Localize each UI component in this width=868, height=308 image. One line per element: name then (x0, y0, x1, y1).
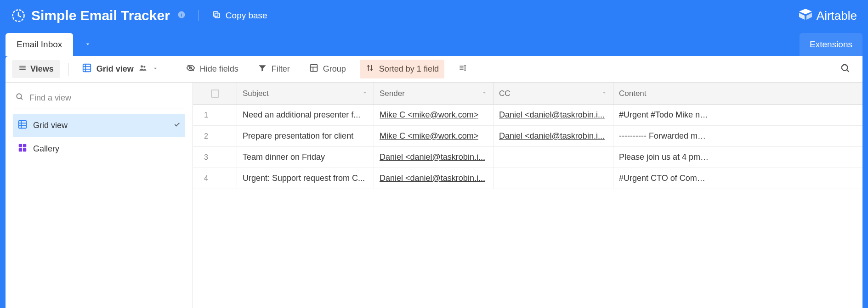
cell-sender[interactable]: Daniel <daniel@taskrobin.i... (374, 147, 494, 168)
group-button[interactable]: Group (304, 60, 352, 78)
title-group: Simple Email Tracker i (11, 8, 186, 23)
grid-view-label: Grid view (96, 64, 134, 74)
row-height-button[interactable] (453, 60, 473, 78)
cell-content[interactable]: #Urgent #Todo Mike need (613, 105, 715, 125)
svg-point-16 (842, 64, 848, 70)
view-label: Gallery (33, 144, 59, 154)
cell-sender[interactable]: Daniel <daniel@taskrobin.i... (374, 168, 494, 189)
hide-fields-button[interactable]: Hide fields (181, 60, 244, 78)
svg-rect-24 (19, 144, 22, 147)
hide-fields-label: Hide fields (200, 64, 238, 74)
cell-content[interactable]: #Urgent CTO of Company (613, 168, 715, 189)
svg-rect-3 (215, 13, 220, 17)
eye-off-icon (186, 63, 195, 75)
th-subject[interactable]: Subject (237, 83, 374, 104)
header-divider (199, 10, 199, 21)
copy-base-label: Copy base (226, 11, 267, 21)
th-cc-label: CC (499, 89, 511, 98)
info-icon[interactable]: i (177, 11, 186, 21)
copy-base-button[interactable]: Copy base (212, 10, 267, 22)
cell-sender[interactable]: Mike C <mike@work.com> (374, 126, 494, 146)
chevron-down-icon[interactable] (481, 89, 488, 98)
toolbar: Views Grid view Hide fields Filt (6, 56, 862, 83)
svg-rect-25 (23, 144, 26, 147)
hamburger-icon (18, 64, 27, 74)
tab-bar: Email Inbox Extensions (0, 31, 868, 56)
cell-content[interactable]: ---------- Forwarded mess (613, 126, 715, 146)
filter-icon (258, 63, 267, 75)
svg-point-18 (17, 94, 22, 99)
extensions-button[interactable]: Extensions (800, 33, 862, 56)
gallery-icon (17, 143, 28, 155)
cell-content[interactable]: Please join us at 4 pm for (613, 147, 715, 168)
chevron-down-icon[interactable] (601, 89, 607, 98)
table-row[interactable]: 2Prepare presentation for clientMike C <… (193, 126, 862, 147)
cell-cc[interactable] (494, 147, 613, 168)
table-row[interactable]: 1Need an additional presenter f...Mike C… (193, 105, 862, 126)
sort-label: Sorted by 1 field (379, 64, 439, 74)
row-height-icon (458, 63, 467, 75)
cell-cc[interactable]: Daniel <daniel@taskrobin.i... (494, 105, 613, 125)
app-header: Simple Email Tracker i Copy base Airtabl… (0, 0, 868, 31)
svg-rect-20 (19, 121, 27, 129)
cell-cc[interactable] (494, 168, 613, 189)
grid-icon (17, 119, 28, 132)
data-table: Subject Sender CC Content 1Need an addit… (193, 83, 862, 308)
svg-rect-13 (310, 65, 317, 72)
tab-dropdown[interactable] (76, 34, 100, 56)
view-label: Grid view (33, 121, 68, 130)
chevron-down-icon[interactable] (362, 89, 368, 98)
row-number: 2 (193, 126, 237, 146)
svg-rect-27 (23, 148, 26, 151)
brand-label: Airtable (817, 9, 857, 23)
chevron-down-icon (152, 64, 159, 74)
copy-icon (212, 10, 221, 22)
sort-icon (365, 63, 374, 75)
svg-text:i: i (181, 12, 182, 17)
find-view-input[interactable]: Find a view (13, 88, 185, 108)
row-number: 3 (193, 147, 237, 168)
th-cc[interactable]: CC (494, 83, 613, 104)
app-title: Simple Email Tracker (31, 8, 170, 23)
view-item-grid[interactable]: Grid view (13, 114, 185, 137)
toolbar-divider (68, 63, 69, 76)
th-checkbox[interactable] (193, 83, 237, 104)
check-icon (173, 121, 181, 130)
svg-point-10 (143, 66, 145, 67)
table-row[interactable]: 3Team dinner on FridayDaniel <daniel@tas… (193, 147, 862, 168)
th-content-label: Content (619, 89, 647, 98)
filter-button[interactable]: Filter (252, 60, 295, 78)
cell-subject[interactable]: Need an additional presenter f... (237, 105, 374, 125)
svg-rect-26 (19, 148, 22, 151)
search-button[interactable] (835, 60, 856, 79)
app-icon (11, 8, 26, 23)
table-header: Subject Sender CC Content (193, 83, 862, 105)
select-all-checkbox[interactable] (211, 90, 219, 98)
table-row[interactable]: 4Urgent: Support request from C...Daniel… (193, 168, 862, 189)
th-content[interactable]: Content (613, 83, 715, 104)
grid-icon (82, 63, 92, 75)
views-button[interactable]: Views (12, 60, 60, 78)
brand[interactable]: Airtable (798, 8, 857, 24)
grid-view-selector[interactable]: Grid view (77, 59, 163, 79)
th-sender-label: Sender (380, 89, 405, 98)
cell-subject[interactable]: Prepare presentation for client (237, 126, 374, 146)
th-subject-label: Subject (243, 89, 269, 98)
table-body: 1Need an additional presenter f...Mike C… (193, 105, 862, 189)
group-icon (309, 63, 318, 75)
cell-sender[interactable]: Mike C <mike@work.com> (374, 105, 494, 125)
search-icon (840, 67, 851, 75)
th-sender[interactable]: Sender (374, 83, 494, 104)
tab-email-inbox[interactable]: Email Inbox (6, 33, 73, 56)
content-area: Find a view Grid view Gallery (6, 83, 862, 308)
cell-cc[interactable]: Daniel <daniel@taskrobin.i... (494, 126, 613, 146)
cell-subject[interactable]: Team dinner on Friday (237, 147, 374, 168)
svg-point-9 (141, 65, 143, 67)
svg-line-19 (21, 98, 23, 100)
sort-button[interactable]: Sorted by 1 field (360, 60, 444, 78)
view-item-gallery[interactable]: Gallery (13, 137, 185, 161)
search-icon (16, 93, 24, 103)
cell-subject[interactable]: Urgent: Support request from C... (237, 168, 374, 189)
main-panel: Views Grid view Hide fields Filt (6, 56, 862, 308)
row-number: 1 (193, 105, 237, 125)
